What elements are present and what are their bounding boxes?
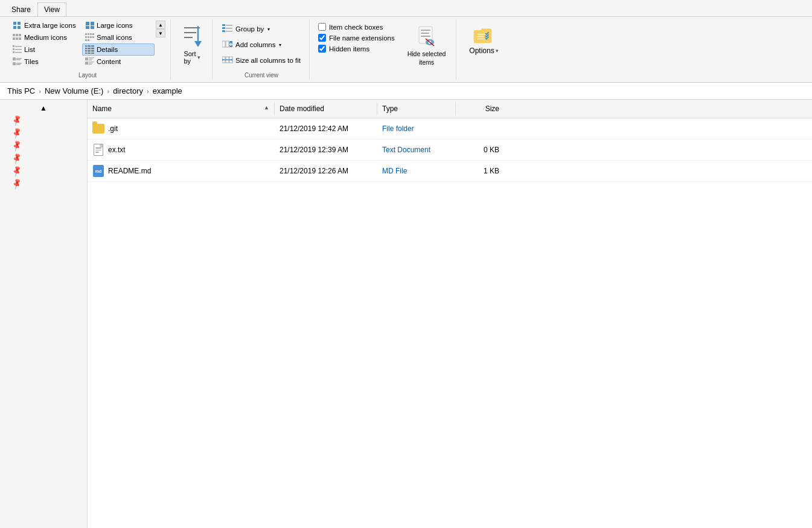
layout-tiles-label: Tiles — [24, 58, 39, 65]
svg-rect-20 — [90, 36, 92, 38]
layout-content-label: Content — [97, 58, 121, 65]
svg-rect-12 — [16, 37, 18, 40]
svg-rect-19 — [88, 36, 89, 38]
current-view-group: Group by ▾ Add columns — [214, 19, 310, 80]
hide-selected-items-button[interactable]: Hide selecteditems — [402, 22, 452, 69]
svg-rect-68 — [226, 41, 229, 47]
svg-rect-44 — [16, 59, 21, 60]
sidebar-pin-1[interactable]: 📌 — [0, 114, 87, 127]
sidebar-pin-6[interactable]: 📌 — [0, 178, 87, 190]
layout-scroll-down[interactable]: ▼ — [156, 29, 165, 37]
sidebar-pin-4[interactable]: 📌 — [0, 152, 87, 165]
group-by-button[interactable]: Group by ▾ — [219, 22, 273, 36]
group-by-icon — [222, 24, 233, 34]
svg-rect-30 — [85, 45, 87, 47]
table-row[interactable]: .git 21/12/2019 12:42 AM File folder — [88, 118, 812, 140]
folder-icon — [92, 123, 104, 135]
svg-rect-53 — [89, 62, 94, 62]
file-name-extensions-toggle[interactable]: File name extensions — [316, 33, 397, 43]
layout-tiles[interactable]: Tiles — [10, 56, 82, 68]
layout-details[interactable]: Details — [82, 43, 155, 56]
layout-list-label: List — [24, 46, 35, 53]
file-name-txt-label: ex.txt — [108, 146, 126, 154]
content-icon — [85, 57, 95, 66]
sidebar-pin-2[interactable]: 📌 — [0, 127, 87, 140]
file-name-md-label: README.md — [108, 167, 151, 175]
col-header-name[interactable]: Name ▲ — [88, 102, 275, 115]
group-by-arrow: ▾ — [267, 27, 270, 32]
col-header-size[interactable]: Size — [456, 102, 504, 115]
layout-extra-large-icons[interactable]: Extra large icons — [10, 19, 82, 31]
file-type-md: MD File — [377, 164, 456, 178]
file-name-extensions-input[interactable] — [318, 34, 326, 42]
file-size-md: 1 KB — [456, 164, 504, 178]
svg-rect-80 — [421, 33, 429, 34]
svg-rect-33 — [85, 48, 87, 50]
table-row[interactable]: md README.md 21/12/2019 12:26 AM MD File… — [88, 161, 812, 182]
pin-icon-2: 📌 — [10, 127, 23, 140]
svg-rect-49 — [89, 57, 94, 58]
svg-rect-47 — [16, 64, 21, 65]
layout-scroll: ▲ ▼ — [156, 19, 165, 39]
svg-rect-66 — [226, 31, 232, 32]
sidebar-pin-5[interactable]: 📌 — [0, 165, 87, 178]
file-name-md: md README.md — [88, 163, 275, 179]
layout-group-content: Extra large icons Large icons — [10, 19, 165, 69]
layout-medium-icons[interactable]: Medium icons — [10, 31, 82, 43]
options-button[interactable]: Options ▾ — [462, 19, 505, 58]
file-date-txt: 21/12/2019 12:39 AM — [275, 143, 377, 156]
size-all-columns-button[interactable]: Size all columns to fit — [219, 53, 304, 68]
table-row[interactable]: ex.txt 21/12/2019 12:39 AM Text Document… — [88, 140, 812, 161]
svg-rect-45 — [13, 62, 16, 65]
tab-view[interactable]: View — [37, 2, 66, 16]
breadcrumb-directory[interactable]: directory — [113, 86, 143, 95]
col-name-label: Name — [92, 105, 112, 113]
layout-small-label: Small icons — [97, 34, 132, 41]
col-header-date[interactable]: Date modified — [275, 102, 377, 115]
pin-icon-1: 📌 — [10, 114, 23, 127]
sort-by-button[interactable]: Sortby ▾ — [177, 19, 207, 68]
layout-content[interactable]: Content — [82, 56, 155, 68]
svg-rect-31 — [88, 45, 91, 47]
svg-rect-50 — [89, 59, 93, 59]
details-icon — [85, 45, 95, 54]
tab-share[interactable]: Share — [5, 2, 37, 16]
list-icon — [13, 45, 22, 54]
layout-scroll-up[interactable]: ▲ — [156, 21, 165, 29]
sidebar-pin-3[interactable]: 📌 — [0, 140, 87, 152]
layout-list[interactable]: List — [10, 43, 82, 56]
svg-rect-11 — [13, 37, 15, 40]
svg-rect-15 — [88, 33, 89, 35]
svg-rect-23 — [88, 39, 89, 41]
svg-rect-22 — [85, 39, 87, 41]
item-check-boxes-toggle[interactable]: Item check boxes — [316, 22, 397, 32]
layout-details-label: Details — [97, 46, 118, 53]
svg-rect-26 — [13, 48, 14, 50]
hidden-items-toggle[interactable]: Hidden items — [316, 43, 397, 54]
file-area: Name ▲ Date modified Type Size .git 2 — [88, 100, 812, 528]
col-header-type[interactable]: Type — [377, 102, 456, 115]
svg-rect-16 — [90, 33, 92, 35]
mdfile-icon-wrapper: md — [92, 165, 104, 177]
breadcrumb-example[interactable]: example — [153, 86, 182, 95]
size-all-columns-icon — [222, 56, 233, 65]
show-hide-checkboxes: Item check boxes File name extensions Hi… — [316, 22, 397, 54]
hide-selected-icon — [415, 25, 439, 49]
svg-rect-81 — [421, 36, 430, 37]
breadcrumb-this-pc[interactable]: This PC — [7, 86, 35, 95]
breadcrumb-new-volume[interactable]: New Volume (E:) — [45, 86, 104, 95]
show-hide-group: Item check boxes File name extensions Hi… — [311, 19, 456, 80]
file-header: Name ▲ Date modified Type Size — [88, 100, 812, 118]
svg-rect-1 — [18, 22, 21, 25]
sort-group: Sortby ▾ — [172, 19, 213, 80]
pin-icon-4: 📌 — [10, 152, 23, 165]
layout-small-icons[interactable]: Small icons — [82, 31, 155, 43]
add-columns-button[interactable]: Add columns ▾ — [219, 37, 285, 52]
sidebar-scroll-up[interactable]: ▲ — [0, 102, 87, 114]
svg-rect-87 — [478, 36, 484, 37]
col-size-label: Size — [485, 105, 499, 113]
hidden-items-input[interactable] — [318, 45, 326, 53]
item-check-boxes-input[interactable] — [318, 23, 326, 31]
options-arrow: ▾ — [496, 48, 499, 54]
layout-large-icons[interactable]: Large icons — [82, 19, 155, 31]
